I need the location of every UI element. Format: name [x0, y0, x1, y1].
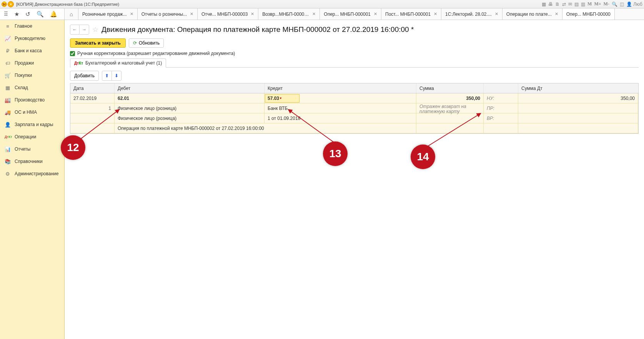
- sidebar-item-reports[interactable]: 📊Отчеты: [0, 143, 64, 155]
- sidebar-item-sales[interactable]: 🏷Продажи: [0, 57, 64, 69]
- m-button[interactable]: M: [587, 1, 592, 7]
- grid-icon[interactable]: ▦: [542, 2, 546, 7]
- sidebar-label: Руководителю: [15, 36, 45, 41]
- star-icon[interactable]: ★: [14, 11, 19, 18]
- gear-icon: ⚙: [5, 171, 11, 177]
- cell-debit-sub3[interactable]: Операция по платежной карте МНБП-000002 …: [115, 123, 416, 133]
- sidebar-item-warehouse[interactable]: ▦Склад: [0, 81, 64, 94]
- calendar-icon[interactable]: ▤: [574, 2, 579, 7]
- boxes-icon: ▦: [5, 85, 11, 91]
- sidebar: ≡Главное 📈Руководителю ₽Банк и касса 🏷Пр…: [0, 20, 65, 339]
- close-icon[interactable]: ✕: [190, 12, 193, 17]
- sidebar-item-assets[interactable]: 🚚ОС и НМА: [0, 106, 64, 118]
- cell-date[interactable]: 27.02.2019: [70, 93, 115, 103]
- refresh-button[interactable]: ⟳Обновить: [129, 38, 164, 48]
- history-icon[interactable]: ↺: [25, 11, 30, 18]
- arrow-12: [77, 108, 127, 146]
- sidebar-item-main[interactable]: ≡Главное: [0, 20, 64, 32]
- panel-icon[interactable]: ◫: [620, 2, 624, 7]
- search-tool-icon[interactable]: 🔍: [37, 11, 44, 18]
- factory-icon: 🏭: [5, 97, 11, 103]
- close-icon[interactable]: ✕: [495, 12, 498, 17]
- tab-5[interactable]: Пост... МНБП-000001✕: [381, 8, 441, 20]
- sidebar-item-bank[interactable]: ₽Банк и касса: [0, 45, 64, 57]
- page-title: Движения документа: Операция по платежно…: [102, 25, 414, 34]
- sidebar-label: Производство: [15, 97, 45, 103]
- move-up-button[interactable]: ⬆: [102, 71, 112, 81]
- cell-debit-account[interactable]: 62.01: [115, 93, 265, 103]
- sidebar-item-directories[interactable]: 📚Справочники: [0, 155, 64, 168]
- close-icon[interactable]: ✕: [251, 12, 254, 17]
- accounting-tab[interactable]: ДтКт Бухгалтерский и налоговый учет (1): [70, 58, 166, 68]
- chart-up-icon: 📈: [5, 36, 11, 42]
- titlebar-icons: ▦ 🖶 🗎 ⇄ ✉ ▤ ▥ M M+ M- 🔍 ◫ 👤 Люб: [542, 1, 642, 7]
- table-header: Дата Дебет Кредит Сумма Сумма Дт: [70, 83, 638, 93]
- sidebar-item-manager[interactable]: 📈Руководителю: [0, 32, 64, 45]
- cart-icon: 🛒: [5, 73, 11, 78]
- dropdown-icon[interactable]: ▾: [8, 1, 14, 7]
- table-row[interactable]: 27.02.2019 62.01 57.03▾ 350,00 НУ: 350,0…: [70, 93, 638, 133]
- home-tab[interactable]: ⌂: [65, 8, 78, 20]
- callout-13: 13: [323, 141, 348, 166]
- sidebar-label: Отчеты: [15, 146, 30, 152]
- calculator-icon[interactable]: ▥: [581, 2, 585, 7]
- add-button[interactable]: Добавить: [70, 71, 99, 81]
- sidebar-item-purchases[interactable]: 🛒Покупки: [0, 69, 64, 81]
- entries-table: Дата Дебет Кредит Сумма Сумма Дт 27.02.2…: [70, 83, 639, 134]
- action-row: Записать и закрыть ⟳Обновить: [70, 38, 639, 48]
- sidebar-label: Продажи: [15, 60, 34, 66]
- cell-debit-sub2[interactable]: Физическое лицо (розница): [115, 113, 265, 123]
- svg-line-0: [79, 110, 119, 140]
- close-icon[interactable]: ✕: [555, 12, 558, 17]
- cell-debit-sub1[interactable]: Физическое лицо (розница): [115, 103, 265, 113]
- move-down-button[interactable]: ⬇: [111, 71, 121, 81]
- mplus-button[interactable]: M+: [594, 1, 601, 7]
- dtkt-icon: ДтКт: [5, 135, 11, 139]
- col-spacer: [484, 83, 518, 93]
- sidebar-item-operations[interactable]: ДтКтОперации: [0, 131, 64, 143]
- tab-6[interactable]: 1С:Лекторий. 28.02....✕: [441, 8, 503, 20]
- col-credit: Кредит: [265, 83, 416, 93]
- refresh-icon: ⟳: [133, 40, 137, 46]
- save-close-button[interactable]: Записать и закрыть: [70, 38, 126, 48]
- tab-7[interactable]: Операции по плате...✕: [503, 8, 562, 20]
- close-icon[interactable]: ✕: [434, 12, 437, 17]
- compare-icon[interactable]: ⇄: [562, 2, 566, 7]
- apps-icon[interactable]: ⠿: [4, 11, 8, 18]
- tab-3[interactable]: Возвр...МНБП-000001✕: [258, 8, 320, 20]
- favorite-star-icon[interactable]: ☆: [92, 25, 98, 34]
- title-bar: 1c ▾ [КОПИЯ] Демонстрационная база (1С:П…: [0, 0, 644, 8]
- manual-edit-checkbox[interactable]: [70, 51, 75, 56]
- tab-8[interactable]: Опер... МНБП-00000: [562, 8, 615, 20]
- close-icon[interactable]: ✕: [374, 12, 377, 17]
- sidebar-item-salary[interactable]: 👤Зарплата и кадры: [0, 118, 64, 131]
- search-icon[interactable]: 🔍: [612, 2, 617, 7]
- cell-credit-account[interactable]: 57.03▾: [265, 93, 416, 103]
- svg-line-2: [425, 113, 481, 148]
- sidebar-label: ОС и НМА: [15, 110, 37, 115]
- mail-icon[interactable]: ✉: [568, 2, 572, 7]
- inner-tab-label: Бухгалтерский и налоговый учет (1): [85, 60, 162, 66]
- back-button[interactable]: ←: [70, 25, 80, 34]
- manual-edit-row: Ручная корректировка (разрешает редактир…: [70, 51, 639, 56]
- bell-icon[interactable]: 🔔: [50, 11, 57, 18]
- tab-1[interactable]: Отчеты о розничны...✕: [138, 8, 198, 20]
- cell-amount[interactable]: 350,00: [416, 93, 484, 103]
- app-logo-icon: 1c: [2, 2, 7, 7]
- cell-vr: ВР:: [484, 113, 518, 123]
- ruble-icon: ₽: [5, 48, 11, 54]
- close-icon[interactable]: ✕: [312, 12, 316, 17]
- sidebar-item-production[interactable]: 🏭Производство: [0, 94, 64, 106]
- tab-0[interactable]: Розничные продаж...✕: [78, 8, 138, 20]
- user-icon[interactable]: 👤 Люб: [626, 2, 642, 7]
- mminus-button[interactable]: M-: [604, 1, 609, 7]
- col-amount-dt: Сумма Дт: [518, 83, 638, 93]
- forward-button[interactable]: →: [80, 25, 89, 34]
- sidebar-item-admin[interactable]: ⚙Администрирование: [0, 168, 64, 180]
- print-icon[interactable]: 🖶: [548, 2, 553, 7]
- tab-4[interactable]: Опер... МНБП-000001✕: [320, 8, 381, 20]
- tab-2[interactable]: Отче... МНБП-000003✕: [198, 8, 258, 20]
- col-date: Дата: [70, 83, 115, 93]
- close-icon[interactable]: ✕: [130, 12, 133, 17]
- document-icon[interactable]: 🗎: [555, 2, 560, 7]
